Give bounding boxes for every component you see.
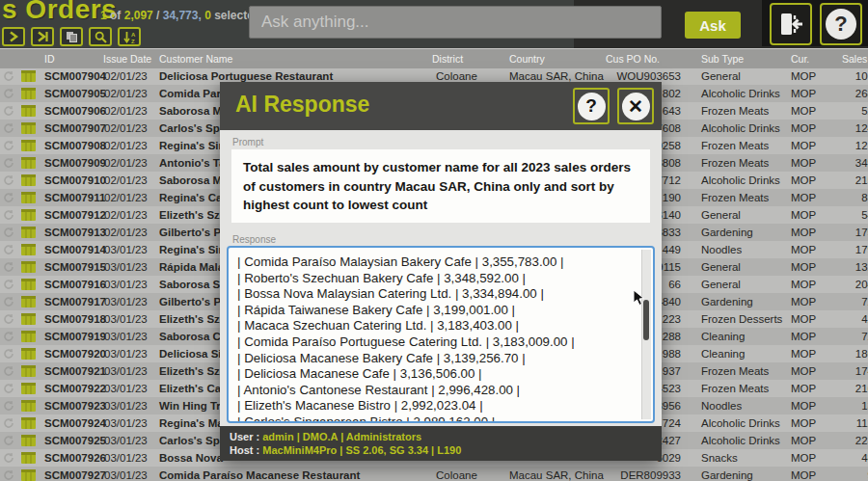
cell-issue-date: 03/01/23 — [104, 449, 148, 467]
count-selected: 0 — [204, 9, 211, 22]
col-district[interactable]: District — [432, 49, 463, 68]
response-label: Response — [232, 234, 276, 245]
cell-id: SCM007912 — [44, 206, 106, 224]
record-sheet-icon — [21, 88, 36, 99]
sync-icon — [3, 279, 14, 290]
cell-issue-date: 03/01/23 — [104, 293, 148, 310]
sync-icon — [3, 331, 14, 342]
cell-sub-type: General — [701, 67, 741, 85]
sync-icon — [3, 365, 14, 377]
cell-cur: MOP — [791, 467, 816, 481]
cell-cur: MOP — [791, 414, 816, 432]
cell-cus-po-no: 66 — [668, 276, 681, 293]
cell-sub-type: Alcoholic Drinks — [701, 432, 780, 449]
help-button[interactable]: ? — [820, 3, 862, 45]
cell-sub-type: Alcoholic Drinks — [701, 85, 780, 102]
record-sheet-icon — [21, 157, 36, 169]
cell-id: SCM007913 — [44, 224, 106, 241]
copy-button[interactable] — [60, 27, 83, 46]
cell-id: SCM007926 — [44, 449, 106, 467]
ask-button[interactable]: Ask — [685, 12, 741, 39]
record-sheet-icon — [21, 435, 36, 446]
count-current: 1 — [100, 9, 107, 22]
cell-sales: 204 — [855, 276, 868, 293]
response-row: | Deliciosa Macanese Bakery Cafe | 3,139… — [237, 351, 636, 367]
cell-cur: MOP — [791, 432, 816, 449]
col-country[interactable]: Country — [509, 49, 545, 68]
modal-help-button[interactable]: ? — [573, 88, 610, 124]
cell-sub-type: General — [701, 258, 741, 276]
cell-cur: MOP — [791, 206, 816, 224]
sort-button[interactable]: AZ — [118, 27, 141, 46]
response-row: | Comida Paraíso Portuguese Catering Ltd… — [237, 334, 636, 351]
cell-sales: 42 — [861, 310, 868, 328]
record-sheet-icon — [21, 469, 36, 481]
cell-id: SCM007910 — [44, 172, 106, 189]
response-box[interactable]: | Comida Paraíso Malaysian Bakery Cafe |… — [227, 246, 655, 423]
cell-customer-name: Elizeth's Sze — [159, 362, 226, 380]
response-scrollbar[interactable] — [641, 250, 651, 419]
cell-customer-name: Regina's Ma — [159, 414, 224, 432]
col-cus-po-no[interactable]: Cus PO No. — [606, 49, 660, 68]
cell-customer-name: Deliciosa Si — [159, 345, 222, 362]
cell-id: SCM007924 — [44, 414, 106, 432]
cell-cus-po-no: 449 — [663, 241, 681, 258]
count-grand-total: 34,773, — [163, 9, 202, 22]
record-sheet-icon — [21, 70, 36, 82]
cell-customer-name: Carlos's Spa — [159, 120, 226, 137]
cell-issue-date: 03/01/23 — [104, 397, 148, 414]
cell-id: SCM007919 — [44, 328, 106, 345]
cell-issue-date: 03/01/23 — [104, 432, 148, 449]
record-sheet-icon — [21, 105, 36, 117]
cell-sub-type: Frozen Meats — [701, 154, 769, 172]
cell-issue-date: 03/01/23 — [104, 276, 148, 293]
cell-sales: 175 — [855, 224, 868, 241]
ask-input[interactable] — [249, 6, 662, 39]
cell-cus-po-no: 288 — [663, 328, 681, 345]
modal-close-button[interactable]: ✕ — [617, 88, 654, 124]
scrollbar-thumb[interactable] — [643, 300, 649, 340]
record-sheet-icon — [21, 244, 36, 255]
cell-sales: 101 — [855, 67, 868, 85]
record-sheet-icon — [21, 279, 36, 290]
cell-cus-po-no: 937 — [663, 362, 681, 380]
cell-sub-type: Frozen Meats — [701, 362, 769, 380]
cell-cur: MOP — [791, 449, 816, 467]
sync-icon — [3, 296, 14, 307]
next-record-button[interactable] — [2, 27, 25, 46]
cell-district: Coloane — [436, 467, 477, 481]
cell-sales: 54 — [861, 206, 868, 224]
table-row[interactable]: SCM00792703/01/23Comida Paraíso Macanese… — [0, 467, 868, 481]
svg-text:Z: Z — [131, 38, 135, 43]
prompt-text[interactable]: Total sales amount by customer name for … — [231, 149, 650, 223]
sync-icon — [3, 383, 14, 394]
cell-customer-name: Bossa Nova — [159, 449, 223, 467]
cell-id: SCM007911 — [44, 189, 105, 206]
cell-cur: MOP — [791, 120, 816, 137]
cell-sales: 349 — [855, 154, 868, 172]
sync-icon — [3, 261, 14, 273]
col-customer-name[interactable]: Customer Name — [159, 49, 232, 68]
col-id[interactable]: ID — [44, 49, 55, 68]
cell-customer-name: Gilberto's Pe — [159, 224, 227, 241]
cell-id: SCM007915 — [44, 258, 106, 276]
col-issue-date[interactable]: Issue Date — [103, 49, 151, 68]
col-sub-type[interactable]: Sub Type — [701, 49, 744, 68]
last-record-button[interactable] — [31, 27, 54, 46]
cell-id: SCM007916 — [44, 276, 106, 293]
cell-cur: MOP — [791, 345, 816, 362]
exit-button[interactable] — [770, 3, 812, 45]
sync-icon — [3, 469, 14, 481]
sync-icon — [3, 244, 14, 255]
cell-sales: 124 — [855, 120, 868, 137]
response-row: | Carlos's Singaporean Bistro | 2,989,16… — [237, 414, 636, 423]
sync-icon — [3, 348, 14, 360]
col-sales[interactable]: Sales — [842, 49, 867, 68]
search-button[interactable] — [89, 27, 112, 46]
record-sheet-icon — [21, 365, 36, 377]
cell-sales: 186 — [855, 345, 868, 362]
record-sheet-icon — [21, 209, 36, 221]
cell-id: SCM007914 — [44, 241, 106, 258]
record-sheet-icon — [21, 313, 36, 325]
col-cur[interactable]: Cur. — [791, 49, 809, 68]
